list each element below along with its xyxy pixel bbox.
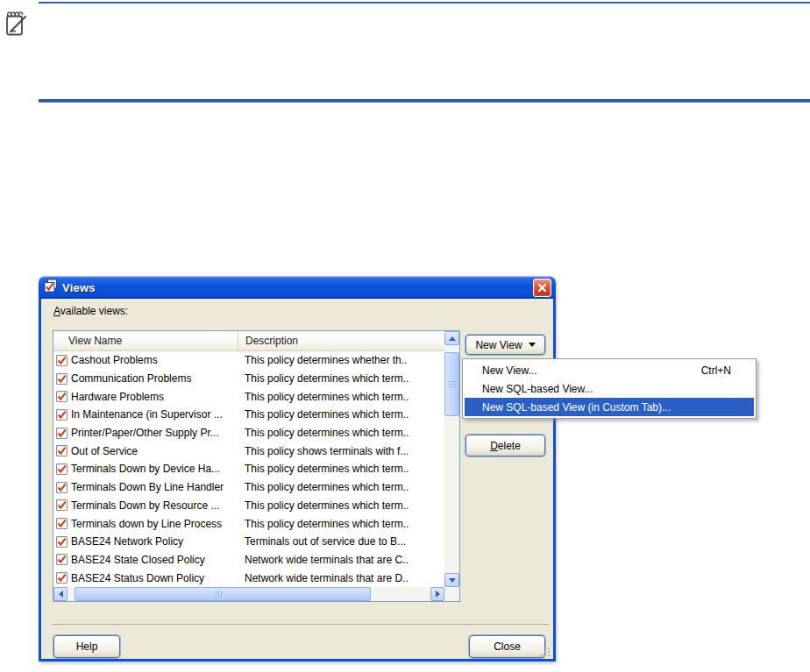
vertical-scrollbar[interactable] [444, 331, 459, 587]
view-name: BASE24 Status Down Policy [71, 572, 245, 584]
scroll-right-button[interactable] [430, 587, 444, 601]
new-view-button-label: New View [475, 339, 522, 351]
view-checkbox[interactable] [56, 445, 68, 456]
red-check-icon [57, 500, 67, 510]
view-name: In Maintenance (in Supervisor ... [71, 408, 245, 421]
list-item[interactable]: Printer/Paper/Other Supply Pr... This po… [53, 424, 444, 442]
arrow-up-icon [449, 336, 456, 341]
view-checkbox[interactable] [56, 355, 68, 366]
view-name: BASE24 Network Policy [71, 535, 245, 548]
view-description: This policy determines which term.. [245, 518, 444, 530]
new-view-dropdown-menu: New View... Ctrl+N New SQL-based View...… [462, 358, 757, 419]
menu-item-label: New View... [482, 364, 536, 377]
view-checkbox[interactable] [56, 428, 68, 439]
view-description: This policy determines which term.. [245, 427, 444, 439]
view-checkbox[interactable] [56, 391, 68, 402]
close-button[interactable] [533, 279, 551, 297]
list-item[interactable]: Terminals down by Line Process This poli… [53, 514, 444, 533]
view-checkbox[interactable] [56, 373, 68, 385]
resize-grip[interactable] [540, 647, 551, 657]
views-window-icon [44, 279, 58, 296]
view-checkbox[interactable] [56, 482, 68, 493]
new-view-button[interactable]: New View [465, 335, 545, 355]
list-header: View Name Description [53, 331, 444, 351]
view-description: This policy determines which term.. [245, 391, 444, 403]
dialog-titlebar[interactable]: Views [39, 276, 556, 299]
view-description: This policy determines which term.. [245, 499, 444, 512]
view-checkbox[interactable] [56, 536, 68, 548]
button-separator [52, 624, 549, 625]
views-list: View Name Description Cashout Problems T… [53, 330, 460, 602]
close-dialog-button[interactable]: Close [469, 635, 545, 658]
arrow-down-icon [449, 578, 456, 583]
red-check-icon [57, 356, 67, 365]
red-check-icon [57, 555, 67, 564]
list-item[interactable]: Communication Problems This policy deter… [53, 370, 444, 388]
red-check-icon [57, 410, 67, 420]
column-header-description[interactable]: Description [238, 331, 444, 350]
list-item[interactable]: Terminals Down by Device Ha... This poli… [53, 460, 444, 478]
list-item[interactable]: Out of Service This policy shows termina… [53, 442, 444, 460]
section-rule [39, 99, 810, 103]
close-x-icon [537, 283, 547, 293]
red-check-icon [57, 483, 67, 492]
available-views-label: Available views: [53, 305, 128, 317]
view-checkbox[interactable] [56, 409, 68, 421]
view-name: Communication Problems [71, 372, 245, 385]
list-item[interactable]: Hardware Problems This policy determines… [53, 387, 444, 406]
list-item[interactable]: In Maintenance (in Supervisor ... This p… [53, 406, 444, 424]
view-checkbox[interactable] [56, 463, 68, 475]
menu-item[interactable]: New View... Ctrl+N [465, 361, 754, 379]
view-name: Terminals Down By Line Handler [71, 481, 245, 493]
view-description: This policy determines which term.. [245, 463, 444, 475]
horizontal-scrollbar[interactable] [53, 587, 444, 601]
views-dialog: Views Available views: View Name Descrip… [39, 276, 556, 661]
list-item[interactable]: BASE24 State Closed Policy Network wide … [53, 551, 444, 569]
scroll-left-button[interactable] [53, 587, 68, 601]
menu-item-label: New SQL-based View (in Custom Tab)... [482, 401, 671, 414]
scrollbar-corner [444, 587, 459, 601]
red-check-icon [57, 519, 67, 528]
view-name: Cashout Problems [71, 354, 245, 366]
menu-item-label: New SQL-based View... [482, 383, 593, 395]
horizontal-scroll-thumb[interactable] [75, 587, 371, 601]
vertical-scroll-track[interactable] [444, 345, 459, 573]
help-button[interactable]: Help [53, 635, 120, 658]
view-checkbox[interactable] [56, 554, 68, 565]
dialog-title: Views [62, 281, 96, 294]
view-list-rows: Cashout Problems This policy determines … [53, 351, 444, 587]
red-check-icon [57, 537, 67, 547]
menu-item[interactable]: New SQL-based View (in Custom Tab)... [465, 398, 754, 416]
view-name: BASE24 State Closed Policy [71, 554, 245, 566]
view-checkbox[interactable] [56, 518, 68, 529]
view-name: Printer/Paper/Other Supply Pr... [71, 427, 245, 439]
view-description: This policy determines which term.. [245, 408, 444, 421]
list-item[interactable]: Cashout Problems This policy determines … [53, 351, 444, 370]
view-description: Terminals out of service due to B... [245, 535, 444, 548]
list-item[interactable]: Terminals Down by Resource ... This poli… [53, 497, 444, 515]
horizontal-scroll-track[interactable] [68, 587, 430, 601]
red-check-icon [57, 573, 67, 583]
view-name: Hardware Problems [71, 391, 245, 403]
scroll-up-button[interactable] [444, 331, 459, 345]
red-check-icon [57, 428, 67, 438]
view-description: This policy determines which term.. [245, 481, 444, 493]
red-check-icon [57, 374, 67, 384]
column-header-view-name[interactable]: View Name [53, 331, 238, 350]
red-check-icon [57, 464, 67, 474]
list-item[interactable]: BASE24 Network Policy Terminals out of s… [53, 533, 444, 551]
view-name: Out of Service [71, 445, 245, 457]
menu-item[interactable]: New SQL-based View... [465, 379, 754, 398]
list-item[interactable]: BASE24 Status Down Policy Network wide t… [53, 569, 444, 587]
dropdown-arrow-icon [529, 343, 536, 347]
list-item[interactable]: Terminals Down By Line Handler This poli… [53, 478, 444, 497]
view-checkbox[interactable] [56, 572, 68, 584]
menu-item-shortcut: Ctrl+N [701, 364, 731, 377]
view-description: This policy shows terminals with f... [245, 445, 444, 457]
arrow-left-icon [59, 591, 63, 598]
delete-button[interactable]: Delete [465, 435, 545, 456]
scroll-down-button[interactable] [444, 573, 459, 587]
view-name: Terminals Down by Device Ha... [71, 463, 245, 475]
vertical-scroll-thumb[interactable] [444, 352, 459, 416]
view-checkbox[interactable] [56, 499, 68, 511]
